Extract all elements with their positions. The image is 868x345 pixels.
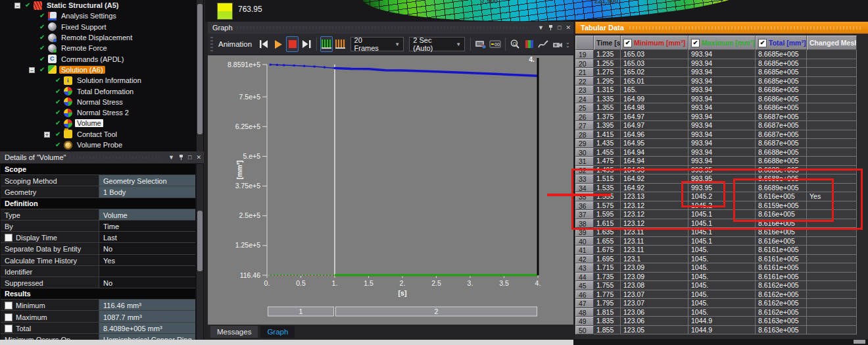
cell-minimum[interactable]: 165.01 bbox=[621, 77, 688, 86]
cell-time[interactable]: 1.835 bbox=[594, 317, 621, 326]
toolbar-overflow-button[interactable]: ⌄⌄ bbox=[565, 41, 571, 47]
column-header-row-number[interactable] bbox=[575, 36, 594, 50]
tree-item-fixed-support[interactable]: ✔Fixed Support bbox=[0, 22, 204, 32]
cell-changed-mesh[interactable] bbox=[807, 59, 857, 68]
close-icon[interactable]: ✕ bbox=[196, 154, 201, 161]
chart-area[interactable]: 8.8591e+57.5e+56.25e+55.e+53.75e+52.5e+5… bbox=[208, 55, 573, 325]
column-header-changed-mesh[interactable]: Changed Mesh bbox=[807, 36, 857, 50]
table-row[interactable]: 451.755123.081045.8.6162e+005 bbox=[575, 281, 868, 290]
cell-changed-mesh[interactable] bbox=[807, 121, 857, 130]
table-row[interactable]: 361.575123.121045.28.6159e+005 bbox=[575, 201, 868, 211]
table-row[interactable]: 371.595123.121045.18.616e+005 bbox=[575, 210, 868, 219]
cell-total[interactable]: 8.6688e+005 bbox=[756, 166, 807, 175]
tree-item-normal-stress[interactable]: ✔Normal Stress bbox=[0, 97, 204, 107]
cell-total[interactable]: 8.6163e+005 bbox=[756, 326, 807, 335]
table-row[interactable]: 321.495164.93993.958.6688e+005 bbox=[575, 166, 868, 175]
pin-icon[interactable] bbox=[548, 24, 553, 31]
cell-maximum[interactable]: 993.94 bbox=[688, 113, 756, 122]
cell-time[interactable]: 1.435 bbox=[594, 139, 621, 148]
column-header-total-mm[interactable]: ✔Total [mm³] bbox=[756, 36, 807, 50]
cell-changed-mesh[interactable] bbox=[807, 77, 857, 86]
cell-maximum[interactable]: 1044.9 bbox=[688, 326, 756, 335]
cell-maximum[interactable]: 1045.2 bbox=[688, 192, 756, 201]
cell-changed-mesh[interactable] bbox=[807, 166, 857, 175]
cell-total[interactable]: 8.6685e+005 bbox=[756, 50, 807, 59]
details-value[interactable]: No bbox=[99, 277, 195, 288]
cell-changed-mesh[interactable] bbox=[807, 113, 857, 122]
toolbar-grip[interactable] bbox=[210, 37, 213, 51]
tree-item-total-deformation[interactable]: ✔Total Deformation bbox=[0, 86, 204, 96]
cell-minimum[interactable]: 123.11 bbox=[621, 237, 688, 246]
cell-total[interactable]: 8.616e+005 bbox=[756, 192, 807, 201]
cell-total[interactable]: 8.6161e+005 bbox=[756, 263, 807, 273]
tab-messages[interactable]: Messages bbox=[210, 326, 258, 338]
cell-minimum[interactable]: 123.06 bbox=[621, 317, 688, 326]
cell-changed-mesh[interactable] bbox=[807, 308, 857, 317]
table-row[interactable]: 291.435164.95993.948.6687e+005 bbox=[575, 139, 868, 148]
tree-item-remote-force[interactable]: ✔Remote Force bbox=[0, 43, 204, 53]
checkbox[interactable] bbox=[5, 325, 12, 332]
cell-total[interactable]: 8.6162e+005 bbox=[756, 281, 807, 290]
cell-total[interactable]: 8.6689e+005 bbox=[756, 184, 807, 193]
cell-minimum[interactable]: 164.99 bbox=[621, 95, 688, 104]
cell-maximum[interactable]: 993.94 bbox=[688, 77, 756, 86]
cell-changed-mesh[interactable] bbox=[807, 317, 857, 326]
column-header-time-s[interactable]: Time [s] bbox=[594, 36, 621, 50]
collapse-icon[interactable]: − bbox=[29, 67, 35, 73]
zoom-to-range-button[interactable]: Q bbox=[509, 36, 521, 52]
cell-maximum[interactable]: 993.95 bbox=[688, 166, 756, 175]
cell-time[interactable]: 1.855 bbox=[594, 326, 621, 335]
cell-total[interactable]: 8.6686e+005 bbox=[756, 95, 807, 104]
details-value[interactable]: Last bbox=[99, 232, 195, 242]
cell-row-number[interactable]: 31 bbox=[575, 157, 594, 166]
table-row[interactable]: 351.555123.131045.28.616e+005Yes bbox=[575, 192, 868, 201]
cell-time[interactable]: 1.715 bbox=[594, 263, 621, 273]
cell-minimum[interactable]: 164.92 bbox=[621, 184, 688, 193]
cell-changed-mesh[interactable] bbox=[807, 263, 857, 273]
cell-time[interactable]: 1.795 bbox=[594, 299, 621, 308]
cell-changed-mesh[interactable] bbox=[807, 157, 857, 166]
cell-changed-mesh[interactable] bbox=[807, 246, 857, 255]
maximize-icon[interactable]: □ bbox=[188, 154, 191, 161]
probe-curve-button[interactable] bbox=[537, 36, 550, 52]
cell-total[interactable]: 8.6687e+005 bbox=[756, 121, 807, 130]
cell-minimum[interactable]: 123.13 bbox=[621, 192, 688, 201]
cell-maximum[interactable]: 1045. bbox=[688, 308, 756, 317]
cell-time[interactable]: 1.675 bbox=[594, 246, 621, 255]
column-checkbox[interactable]: ✔ bbox=[623, 39, 632, 47]
cell-time[interactable]: 1.655 bbox=[594, 237, 621, 246]
cell-changed-mesh[interactable] bbox=[807, 281, 857, 290]
cell-maximum[interactable]: 993.94 bbox=[688, 50, 756, 59]
cell-total[interactable]: 8.6685e+005 bbox=[756, 68, 807, 77]
cell-maximum[interactable]: 993.94 bbox=[688, 121, 756, 130]
cell-minimum[interactable]: 164.94 bbox=[621, 148, 688, 157]
tree-item-volume[interactable]: ✔Volume bbox=[0, 118, 204, 128]
table-row[interactable]: 431.715123.091045.8.6161e+005 bbox=[575, 263, 868, 273]
table-row[interactable]: 311.475164.94993.948.6688e+005 bbox=[575, 157, 868, 166]
table-row[interactable]: 381.615123.121045.18.616e+005 bbox=[575, 219, 868, 228]
details-value[interactable]: Time bbox=[99, 221, 195, 231]
cell-minimum[interactable]: 123.05 bbox=[621, 326, 688, 335]
cell-total[interactable]: 8.6163e+005 bbox=[756, 317, 807, 326]
table-row[interactable]: 491.835123.061044.98.6163e+005 bbox=[575, 317, 868, 326]
cell-time[interactable]: 1.255 bbox=[594, 59, 621, 68]
details-value[interactable]: Volume bbox=[99, 209, 195, 220]
cell-row-number[interactable]: 43 bbox=[575, 263, 594, 273]
table-row[interactable]: 391.635123.111045.18.616e+005 bbox=[575, 228, 868, 237]
table-row[interactable]: 231.315165.993.948.6686e+005 bbox=[575, 86, 868, 95]
cell-total[interactable]: 8.6688e+005 bbox=[756, 148, 807, 157]
cell-maximum[interactable]: 993.94 bbox=[688, 86, 756, 95]
cell-time[interactable]: 1.275 bbox=[594, 68, 621, 77]
maximize-icon[interactable]: □ bbox=[558, 24, 561, 31]
cell-total[interactable]: 8.6685e+005 bbox=[756, 59, 807, 68]
table-row[interactable]: 481.815123.061045.8.6162e+005 bbox=[575, 308, 868, 317]
cell-time[interactable]: 1.475 bbox=[594, 157, 621, 166]
tree-item-solution-a6[interactable]: −✔Solution (A6) bbox=[0, 65, 204, 75]
cell-changed-mesh[interactable] bbox=[807, 210, 857, 219]
table-row[interactable]: 281.415164.96993.948.6687e+005 bbox=[575, 130, 868, 140]
cell-total[interactable]: 8.6161e+005 bbox=[756, 273, 807, 282]
cell-row-number[interactable]: 50 bbox=[575, 326, 594, 335]
cell-minimum[interactable]: 123.09 bbox=[621, 273, 688, 282]
cell-maximum[interactable]: 993.94 bbox=[688, 68, 756, 77]
cell-time[interactable]: 1.515 bbox=[594, 174, 621, 184]
